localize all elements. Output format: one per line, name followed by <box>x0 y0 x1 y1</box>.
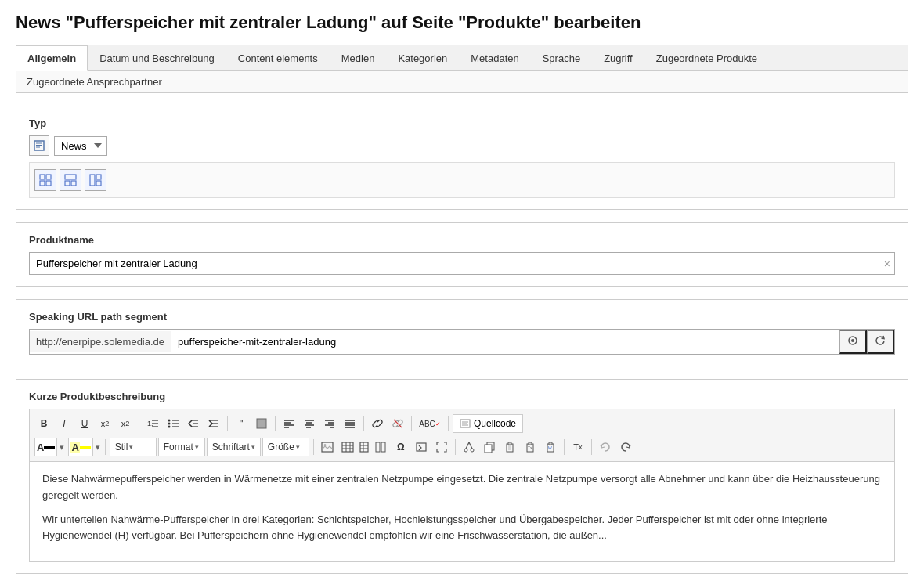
svg-rect-83 <box>549 442 552 445</box>
rte-editor: B I U x2 x2 1. <box>29 409 895 562</box>
typ-icon-3[interactable] <box>85 169 106 191</box>
rte-spellcheck[interactable]: ABC✓ <box>416 414 444 433</box>
document-icon <box>34 140 45 151</box>
typ-select[interactable]: News Intern Job <box>54 136 107 156</box>
rte-paste-word[interactable]: W <box>541 438 560 456</box>
rte-copy[interactable] <box>480 438 499 456</box>
align-right-icon <box>324 418 335 429</box>
font-color-arrow[interactable]: ▾ <box>59 442 65 453</box>
toolbar-row-1: B I U x2 x2 1. <box>34 413 890 435</box>
sep-8 <box>313 439 314 455</box>
table-menu-icon <box>359 442 369 453</box>
url-input[interactable] <box>171 331 839 352</box>
rte-link[interactable] <box>368 414 387 433</box>
tab-sprache[interactable]: Sprache <box>531 45 592 70</box>
rte-fullscreen[interactable] <box>432 438 451 456</box>
rte-omega[interactable]: Ω <box>392 438 410 456</box>
svg-point-15 <box>851 339 854 342</box>
typ-icon-2[interactable] <box>60 169 81 191</box>
url-sync-btn[interactable] <box>839 330 867 354</box>
beschreibung-section: Kurze Produktbeschreibung B I U x2 x2 1. <box>16 379 908 574</box>
rte-table[interactable] <box>338 438 357 456</box>
rte-undo[interactable] <box>596 438 615 456</box>
produktname-clear-btn[interactable]: × <box>884 258 890 270</box>
indent-less-icon <box>188 418 199 429</box>
rte-paste-text[interactable]: Tx <box>521 438 540 456</box>
svg-rect-80 <box>529 442 532 445</box>
svg-rect-7 <box>46 181 51 186</box>
rte-justify[interactable] <box>341 414 359 433</box>
rte-cut[interactable] <box>460 438 478 456</box>
svg-rect-67 <box>417 443 426 451</box>
tab-datum[interactable]: Datum und Beschreibung <box>88 45 226 70</box>
undo-icon <box>600 442 611 453</box>
typ-icon-1[interactable] <box>34 169 56 191</box>
svg-point-69 <box>471 449 474 452</box>
rte-redo[interactable] <box>616 438 635 456</box>
rte-row-col[interactable] <box>371 438 390 456</box>
rte-align-right[interactable] <box>320 414 339 433</box>
rte-block[interactable] <box>252 414 271 433</box>
sep-1 <box>139 416 139 431</box>
svg-text:W: W <box>548 445 552 450</box>
unlink-icon <box>392 418 403 429</box>
url-refresh-btn[interactable] <box>867 330 894 354</box>
svg-point-68 <box>464 449 467 452</box>
sep-4 <box>363 416 364 431</box>
rte-content-area[interactable]: Diese Nahwärmepufferspeicher werden in W… <box>30 462 894 561</box>
svg-point-21 <box>168 423 171 425</box>
rte-italic[interactable]: I <box>55 414 74 433</box>
rte-ol[interactable]: 1. <box>143 414 162 433</box>
produktname-input[interactable] <box>29 252 895 275</box>
font-color-indicator <box>44 446 55 449</box>
rte-source[interactable]: Quellcode <box>453 414 523 433</box>
tab-medien[interactable]: Medien <box>330 45 387 70</box>
rte-bold[interactable]: B <box>34 414 53 433</box>
highlight-color-arrow[interactable]: ▾ <box>95 442 101 453</box>
rte-unlink[interactable] <box>388 414 407 433</box>
tab-allgemein[interactable]: Allgemein <box>16 45 88 71</box>
rte-underline[interactable]: U <box>75 414 94 433</box>
typ-section: Typ News Intern Job <box>16 106 908 210</box>
rte-table-menu[interactable] <box>359 438 370 456</box>
sep-3 <box>275 416 276 431</box>
groesse-label: Größe <box>268 442 294 453</box>
rte-align-left[interactable] <box>280 414 298 433</box>
rte-special2[interactable] <box>412 438 431 456</box>
svg-rect-73 <box>485 445 492 453</box>
svg-rect-10 <box>71 181 76 186</box>
tab-content[interactable]: Content elements <box>226 45 330 70</box>
tab-zugriff[interactable]: Zugriff <box>592 45 644 70</box>
page-title: News "Pufferspeicher mit zentraler Ladun… <box>16 13 908 33</box>
redo-icon <box>620 442 631 453</box>
rte-stil-dropdown[interactable]: Stil ▾ <box>110 438 157 456</box>
toolbar-row-2: A ▾ A ▾ Stil ▾ <box>34 436 890 458</box>
tab-kategorien[interactable]: Kategorien <box>386 45 459 70</box>
rte-paste[interactable] <box>500 438 519 456</box>
rte-font-color[interactable]: A <box>34 438 57 456</box>
svg-rect-8 <box>65 175 76 179</box>
rte-superscript[interactable]: x2 <box>116 414 135 433</box>
rte-clear-format[interactable]: Tx <box>568 438 587 456</box>
rte-highlight-color[interactable]: A <box>68 438 92 456</box>
rte-align-center[interactable] <box>300 414 319 433</box>
rte-image[interactable] <box>318 438 337 456</box>
rte-schriftart-dropdown[interactable]: Schriftart ▾ <box>207 438 261 456</box>
ul-icon <box>168 418 179 429</box>
url-row: http://enerpipe.solemedia.de <box>29 329 895 355</box>
rte-paragraph-1: Diese Nahwärmepufferspeicher werden in W… <box>42 471 882 504</box>
typ-icon-btn[interactable] <box>29 135 49 156</box>
tab-ansprechpartner[interactable]: Zugeordnete Ansprechpartner <box>16 71 173 92</box>
rte-indent-less[interactable] <box>184 414 203 433</box>
rte-subscript[interactable]: x2 <box>96 414 114 433</box>
tab-produkte[interactable]: Zugeordnete Produkte <box>644 45 769 70</box>
rte-format-dropdown[interactable]: Format ▾ <box>158 438 205 456</box>
tab-metadaten[interactable]: Metadaten <box>459 45 530 70</box>
rte-ul[interactable] <box>164 414 182 433</box>
typ-select-row: News Intern Job <box>29 135 895 156</box>
url-section: Speaking URL path segment http://enerpip… <box>16 299 908 366</box>
rte-groesse-dropdown[interactable]: Größe ▾ <box>262 438 309 456</box>
rte-blockquote[interactable]: " <box>232 414 251 433</box>
rte-indent-more[interactable] <box>204 414 223 433</box>
tabs-first-row: Allgemein Datum und Beschreibung Content… <box>16 45 908 71</box>
